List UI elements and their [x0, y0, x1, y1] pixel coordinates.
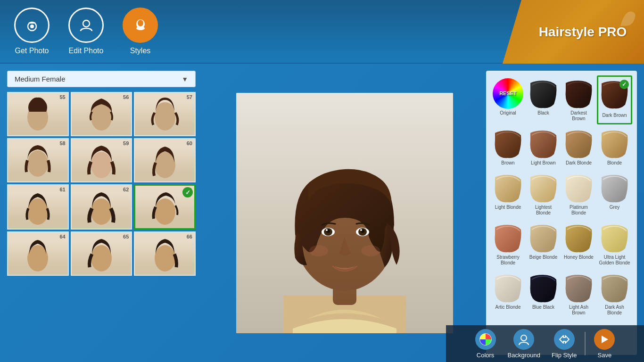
dark-ash-blonde-swatch [599, 272, 630, 303]
svg-point-2 [30, 25, 34, 28]
style-item-66[interactable]: 66 [134, 231, 196, 276]
svg-rect-1 [29, 22, 35, 24]
color-item-beige-blonde[interactable]: Beige Blonde [526, 220, 561, 269]
color-item-blue-black[interactable]: Blue Black [526, 270, 561, 319]
color-item-darkest-brown[interactable]: Darkest Brown [561, 75, 596, 124]
color-item-grey[interactable]: Grey [597, 170, 632, 219]
color-item-dark-ash-blonde[interactable]: Dark Ash Blonde [597, 270, 632, 319]
color-item-ultra-light-golden-blonde[interactable]: Ultra Light Golden Blonde [597, 220, 632, 269]
preview-image [236, 93, 453, 333]
color-item-artic-blonde[interactable]: Artic Blonde [491, 270, 525, 319]
color-item-light-blonde[interactable]: Light Blonde [491, 170, 525, 219]
style-category-dropdown[interactable]: Medium Female ▼ [7, 71, 196, 87]
style-number: 58 [59, 140, 65, 146]
color-name: Dark Blonde [566, 160, 592, 166]
svg-point-30 [326, 229, 328, 231]
color-item-blonde[interactable]: Blonde [597, 125, 632, 169]
selected-checkmark: ✓ [182, 187, 193, 197]
style-item-59[interactable]: 59 [71, 138, 132, 182]
nav-item-get-photo[interactable]: Get Photo [14, 8, 50, 55]
color-name: Artic Blonde [495, 304, 521, 310]
svg-point-21 [155, 245, 175, 272]
color-name: Ultra Light Golden Blonde [599, 255, 630, 266]
color-item-honey-blonde[interactable]: Honey Blonde [561, 220, 596, 269]
color-name: Light Brown [531, 160, 556, 166]
colors-label: Colors [477, 352, 495, 359]
color-item-black[interactable]: Black [526, 75, 561, 124]
svg-point-16 [27, 198, 48, 225]
colors-icon [475, 329, 496, 350]
background-icon [513, 329, 534, 350]
style-number: 66 [187, 234, 192, 239]
preview-panel [203, 64, 486, 362]
style-item-64[interactable]: 64 [7, 231, 69, 276]
style-number: 61 [59, 187, 65, 192]
style-item-55[interactable]: 55 [7, 92, 69, 136]
svg-point-14 [91, 152, 112, 178]
style-item-58[interactable]: 58 [7, 138, 69, 182]
style-number: 56 [123, 94, 129, 100]
platinum-blonde-swatch [563, 173, 594, 203]
light-ash-brown-swatch [563, 272, 594, 303]
style-item-57[interactable]: 57 [134, 92, 196, 136]
grey-swatch [599, 173, 630, 203]
beige-blonde-swatch [528, 222, 559, 253]
edit-photo-label: Edit Photo [69, 47, 104, 55]
brown-swatch [493, 128, 523, 159]
honey-blonde-swatch [563, 222, 594, 253]
color-name: Black [537, 110, 549, 116]
selected-check: ✓ [619, 80, 629, 89]
color-name: Dark Ash Blonde [599, 304, 630, 316]
style-number: 57 [187, 94, 192, 100]
svg-point-17 [91, 198, 112, 225]
svg-point-20 [91, 245, 112, 272]
color-item-lightest-blonde[interactable]: Lightest Blonde [526, 170, 561, 219]
style-item-61[interactable]: 61 [7, 184, 69, 230]
style-item-60[interactable]: 60 [134, 138, 196, 182]
color-item-brown[interactable]: Brown [491, 125, 525, 169]
nav-item-styles[interactable]: Styles [123, 8, 158, 55]
color-name: Light Ash Brown [563, 304, 594, 316]
toolbar-divider [585, 332, 586, 355]
colors-panel: RESET Original Black [486, 71, 637, 355]
color-item-light-brown[interactable]: Light Brown [526, 125, 561, 169]
style-item-62[interactable]: 62 [71, 184, 132, 230]
color-name: Lightest Blonde [528, 205, 559, 216]
dropdown-value: Medium Female [15, 75, 66, 83]
toolbar-flip-style[interactable]: Flip Style [546, 327, 582, 361]
style-number: 64 [59, 234, 65, 239]
svg-point-12 [156, 102, 174, 119]
color-item-platinum-blonde[interactable]: Platinum Blonde [561, 170, 596, 219]
color-item-light-ash-brown[interactable]: Light Ash Brown [561, 270, 596, 319]
blue-black-swatch [528, 272, 559, 303]
color-item-dark-blonde[interactable]: Dark Blonde [561, 125, 596, 169]
style-number: 62 [123, 187, 129, 192]
svg-point-6 [136, 26, 145, 30]
color-name: Platinum Blonde [563, 205, 594, 216]
color-item-original[interactable]: RESET Original [491, 75, 525, 124]
toolbar-save[interactable]: Save [588, 327, 621, 361]
header: Get Photo Edit Photo [0, 0, 644, 64]
style-item-63[interactable]: 63 ✓ [134, 184, 196, 230]
toolbar-colors[interactable]: Colors [469, 327, 502, 361]
save-icon [594, 329, 615, 350]
svg-point-34 [360, 229, 362, 231]
style-number: 59 [123, 140, 129, 146]
color-name: Dark Brown [602, 113, 627, 118]
light-brown-swatch [528, 128, 559, 159]
artic-blonde-swatch [493, 272, 523, 303]
color-item-strawberry-blonde[interactable]: Strawberry Blonde [491, 220, 525, 269]
dark-blonde-swatch [563, 128, 594, 159]
strawberry-blonde-swatch [493, 222, 523, 253]
reset-swatch: RESET [493, 78, 523, 109]
svg-point-13 [27, 150, 48, 177]
lightest-blonde-swatch [528, 173, 559, 203]
dropdown-arrow-icon: ▼ [182, 75, 188, 83]
nav-item-edit-photo[interactable]: Edit Photo [68, 8, 104, 55]
style-item-56[interactable]: 56 [71, 92, 132, 136]
color-item-dark-brown[interactable]: ✓ Dark Brown [597, 75, 632, 124]
color-name: Blue Black [532, 304, 554, 310]
svg-point-3 [83, 20, 90, 27]
toolbar-background[interactable]: Background [502, 327, 546, 361]
style-item-65[interactable]: 65 [71, 231, 132, 276]
